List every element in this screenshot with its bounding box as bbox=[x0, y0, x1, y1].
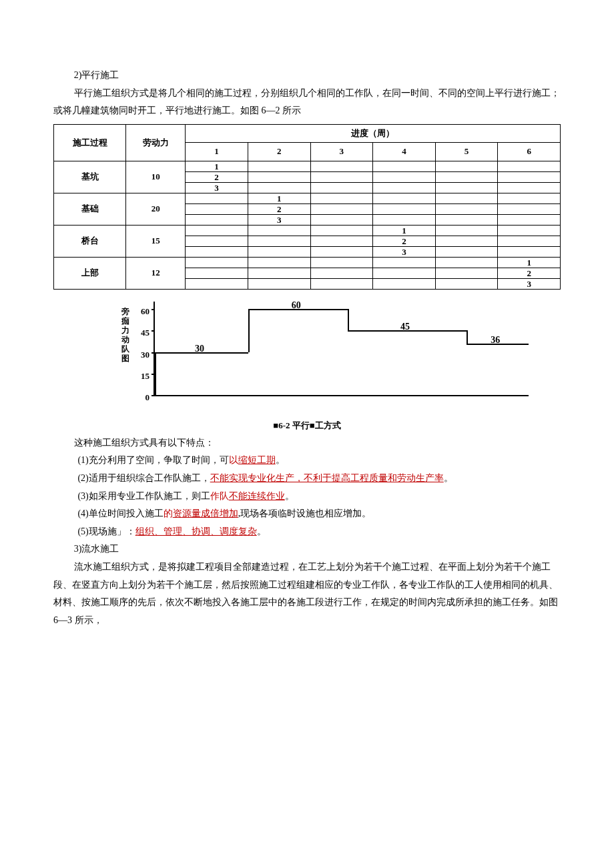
caption-fig-title: 平行■工方式 bbox=[290, 420, 341, 430]
cell: 1 bbox=[248, 193, 310, 204]
heading-2a: 2)平行施工 bbox=[53, 67, 561, 85]
caption-fig-num: ■6-2 bbox=[273, 420, 290, 430]
cell bbox=[435, 279, 498, 290]
cell bbox=[435, 226, 498, 236]
week-6: 6 bbox=[498, 143, 561, 161]
ytick-30: 30 bbox=[132, 347, 149, 364]
cell bbox=[186, 279, 248, 290]
cell bbox=[373, 215, 436, 226]
cell bbox=[435, 236, 498, 247]
cell bbox=[310, 258, 373, 268]
cell bbox=[310, 193, 373, 204]
labor-上部: 12 bbox=[126, 258, 186, 290]
proc-上部: 上部 bbox=[54, 258, 126, 290]
cell bbox=[373, 258, 436, 268]
cell bbox=[310, 236, 373, 247]
ytick-60: 60 bbox=[132, 304, 149, 320]
step-label-45: 45 bbox=[400, 318, 410, 336]
cell bbox=[498, 236, 561, 247]
cell bbox=[310, 204, 373, 215]
cell bbox=[435, 268, 498, 279]
schedule-table-wrap: 施工过程劳动力进度（周）123456基坑10123基础20123桥台15123上… bbox=[53, 124, 561, 290]
cell bbox=[435, 172, 498, 183]
labor-基础: 20 bbox=[126, 193, 186, 226]
cell bbox=[310, 161, 373, 172]
cell bbox=[498, 247, 561, 258]
cell bbox=[373, 183, 436, 193]
cell bbox=[373, 204, 436, 215]
cell: 3 bbox=[186, 183, 248, 193]
h2b-num: 3) bbox=[74, 544, 82, 554]
cell bbox=[186, 236, 248, 247]
cell: 2 bbox=[498, 268, 561, 279]
week-1: 1 bbox=[186, 143, 248, 161]
cell bbox=[435, 183, 498, 193]
cell bbox=[248, 268, 310, 279]
step-rise bbox=[348, 309, 349, 330]
cell bbox=[498, 172, 561, 183]
cell bbox=[498, 226, 561, 236]
step-rise bbox=[467, 330, 468, 343]
cell bbox=[310, 247, 373, 258]
cell bbox=[310, 268, 373, 279]
proc-基础: 基础 bbox=[54, 193, 126, 226]
week-4: 4 bbox=[373, 143, 436, 161]
ytick-mark bbox=[151, 330, 155, 332]
cell bbox=[373, 268, 436, 279]
cell bbox=[435, 193, 498, 204]
ytick-45: 45 bbox=[132, 325, 149, 342]
labor-force-chart: 旁痂力动队图 01530456030604536 bbox=[147, 302, 547, 415]
week-2: 2 bbox=[248, 143, 310, 161]
ytick-15: 15 bbox=[132, 368, 149, 385]
cell bbox=[186, 247, 248, 258]
cell bbox=[435, 204, 498, 215]
cell bbox=[248, 172, 310, 183]
week-5: 5 bbox=[435, 143, 498, 161]
cell bbox=[248, 236, 310, 247]
cell bbox=[248, 226, 310, 236]
schedule-table: 施工过程劳动力进度（周）123456基坑10123基础20123桥台15123上… bbox=[53, 124, 561, 290]
cell bbox=[498, 183, 561, 193]
cell bbox=[498, 215, 561, 226]
cell bbox=[498, 204, 561, 215]
h2a-title: 平行施工 bbox=[81, 70, 119, 80]
cell bbox=[310, 172, 373, 183]
cell bbox=[310, 183, 373, 193]
step-rise bbox=[248, 309, 250, 352]
point-2: (2)适用于组织综合工作队施工，不能实现专业化生产，不利于提高工程质量和劳动生产… bbox=[53, 470, 561, 488]
cell: 1 bbox=[373, 226, 436, 236]
cell bbox=[248, 279, 310, 290]
step-label-30: 30 bbox=[195, 340, 204, 358]
cell: 2 bbox=[373, 236, 436, 247]
proc-桥台: 桥台 bbox=[54, 226, 126, 258]
step-label-36: 36 bbox=[491, 332, 500, 350]
cell bbox=[373, 161, 436, 172]
cell bbox=[186, 226, 248, 236]
cell bbox=[498, 161, 561, 172]
col-labor: 劳动力 bbox=[126, 124, 186, 161]
cell: 1 bbox=[498, 258, 561, 268]
step-rise bbox=[155, 352, 156, 396]
cell: 3 bbox=[373, 247, 436, 258]
chart-y-label: 旁痂力动队图 bbox=[121, 307, 132, 363]
paragraph-2: 流水施工组织方式，是将拟建工程项目全部建造过程，在工艺上划分为若干个施工过程、在… bbox=[53, 558, 561, 629]
cell bbox=[435, 258, 498, 268]
cell bbox=[248, 161, 310, 172]
proc-基坑: 基坑 bbox=[54, 161, 126, 193]
cell bbox=[186, 215, 248, 226]
cell bbox=[435, 215, 498, 226]
col-progress: 进度（周） bbox=[186, 124, 561, 143]
col-process: 施工过程 bbox=[54, 124, 126, 161]
cell bbox=[186, 204, 248, 215]
cell bbox=[248, 183, 310, 193]
point-3: (3)如采用专业工作队施工，则工作队不能连续作业。 bbox=[53, 488, 561, 506]
cell: 2 bbox=[248, 204, 310, 215]
cell: 1 bbox=[186, 161, 248, 172]
heading-2b: 3)流水施工 bbox=[53, 540, 561, 558]
cell bbox=[373, 279, 436, 290]
ytick-mark bbox=[151, 309, 155, 310]
cell bbox=[310, 279, 373, 290]
cell bbox=[186, 268, 248, 279]
cell bbox=[248, 258, 310, 268]
cell: 3 bbox=[248, 215, 310, 226]
